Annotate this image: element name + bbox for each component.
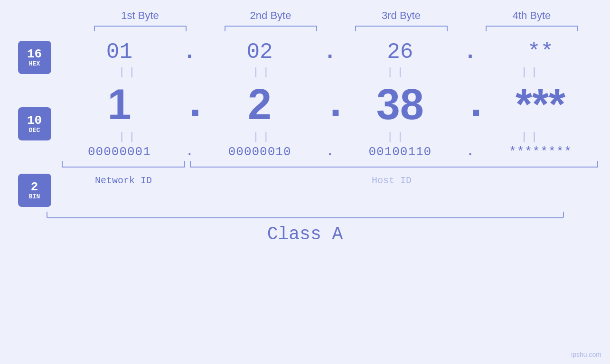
data-area: 01 . 02 . 26 . ** || || || || 1 . 2 . bbox=[62, 36, 610, 186]
hex-badge-num: 16 bbox=[27, 47, 42, 61]
bracket-byte4 bbox=[486, 26, 578, 31]
dec-b4: *** bbox=[488, 80, 592, 129]
dec-b2: 2 bbox=[207, 80, 312, 129]
hex-b3: 26 bbox=[348, 40, 452, 65]
pipe1-b1: || bbox=[76, 66, 181, 78]
pipe2-b4: || bbox=[479, 131, 583, 143]
bin-dot3: . bbox=[463, 145, 478, 159]
network-bracket bbox=[62, 161, 185, 168]
host-bracket bbox=[190, 161, 598, 168]
bracket-byte3 bbox=[355, 26, 448, 31]
hex-row: 01 . 02 . 26 . ** bbox=[62, 40, 598, 65]
bracket-byte2 bbox=[225, 26, 317, 31]
dec-b1: 1 bbox=[67, 80, 171, 129]
hex-dot2: . bbox=[323, 40, 337, 65]
bin-badge-type: BIN bbox=[29, 194, 40, 200]
bin-b3: 00100110 bbox=[348, 145, 452, 159]
bin-b2: 00000010 bbox=[207, 145, 312, 159]
dec-row: 1 . 2 . 38 . *** bbox=[62, 80, 598, 129]
hex-dot3: . bbox=[463, 40, 478, 65]
byte3-label: 3rd Byte bbox=[349, 9, 453, 22]
bin-row: 00000001 . 00000010 . 00100110 . *******… bbox=[62, 145, 598, 159]
hex-b1: 01 bbox=[67, 40, 171, 65]
pipe-row-1: || || || || bbox=[62, 66, 598, 78]
host-id-label: Host ID bbox=[185, 175, 598, 186]
hex-badge: 16 HEX bbox=[18, 41, 51, 74]
dec-dot3: . bbox=[463, 81, 478, 129]
id-labels: Network ID Host ID bbox=[62, 175, 598, 186]
dec-badge-type: DEC bbox=[29, 127, 40, 134]
hex-dot1: . bbox=[182, 40, 197, 65]
top-brackets bbox=[75, 26, 597, 31]
pipe1-b4: || bbox=[479, 66, 583, 78]
network-id-label: Network ID bbox=[62, 175, 185, 186]
bracket-byte1 bbox=[94, 26, 187, 31]
pipe-row-2: || || || || bbox=[62, 131, 598, 143]
dec-badge-num: 10 bbox=[27, 114, 42, 128]
class-bracket bbox=[47, 212, 564, 218]
pipe1-b2: || bbox=[211, 66, 315, 78]
bottom-brackets bbox=[62, 161, 598, 170]
pipe1-b3: || bbox=[345, 66, 449, 78]
bin-b1: 00000001 bbox=[67, 145, 171, 159]
main-container: 1st Byte 2nd Byte 3rd Byte 4th Byte 16 H… bbox=[0, 0, 610, 364]
byte1-label: 1st Byte bbox=[88, 9, 192, 22]
dec-badge: 10 DEC bbox=[18, 107, 51, 140]
hex-badge-type: HEX bbox=[29, 61, 40, 67]
byte-headers: 1st Byte 2nd Byte 3rd Byte 4th Byte bbox=[75, 9, 597, 22]
bin-badge-num: 2 bbox=[31, 180, 38, 194]
byte2-label: 2nd Byte bbox=[218, 9, 323, 22]
bin-badge: 2 BIN bbox=[18, 174, 51, 207]
bin-dot1: . bbox=[182, 145, 197, 159]
badges-column: 16 HEX 10 DEC 2 BIN bbox=[0, 41, 62, 207]
bin-b4: ******** bbox=[488, 145, 592, 159]
dec-b3: 38 bbox=[348, 80, 452, 129]
pipe2-b3: || bbox=[345, 131, 449, 143]
class-label: Class A bbox=[267, 224, 343, 244]
hex-b4: ** bbox=[488, 40, 592, 65]
watermark: ipshu.com bbox=[571, 351, 601, 358]
dec-dot1: . bbox=[182, 81, 197, 129]
pipe2-b1: || bbox=[76, 131, 181, 143]
content-area: 16 HEX 10 DEC 2 BIN 01 . 02 . 26 . ** bbox=[0, 36, 610, 207]
pipe2-b2: || bbox=[211, 131, 315, 143]
dec-dot2: . bbox=[323, 81, 337, 129]
hex-b2: 02 bbox=[207, 40, 312, 65]
byte4-label: 4th Byte bbox=[479, 9, 584, 22]
bin-dot2: . bbox=[323, 145, 337, 159]
